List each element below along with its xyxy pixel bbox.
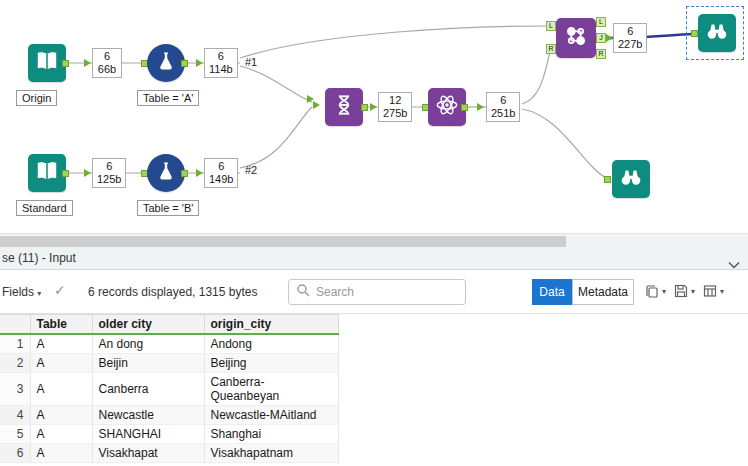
table-row[interactable]: 5 A SHANGHAI Shanghai xyxy=(0,425,338,444)
connection[interactable] xyxy=(240,107,312,168)
scrollbar-thumb[interactable] xyxy=(0,236,566,247)
record-count-annotation[interactable]: 12 275b xyxy=(378,92,412,122)
data-tab-button[interactable]: Data xyxy=(532,279,572,305)
workflow-canvas[interactable]: Origin 6 66b Table = 'A' 6 114b #1 xyxy=(0,0,748,233)
copy-button[interactable]: ▾ xyxy=(644,283,666,299)
browse-tool[interactable] xyxy=(612,160,650,198)
output-anchor[interactable] xyxy=(181,60,188,67)
connection[interactable] xyxy=(240,66,312,102)
cell-table[interactable]: A xyxy=(30,334,92,354)
tool-label-formula-b[interactable]: Table = 'B' xyxy=(137,200,199,216)
column-header-table[interactable]: Table xyxy=(30,315,92,335)
record-count: 6 xyxy=(97,50,117,63)
cell-table[interactable]: A xyxy=(30,425,92,444)
table-row[interactable]: 3 A Canberra Canberra-Queanbeyan xyxy=(0,373,338,406)
connection[interactable] xyxy=(240,26,548,58)
caret-down-icon: ▾ xyxy=(37,289,41,298)
cell-older-city[interactable]: SHANGHAI xyxy=(92,425,204,444)
input-data-tool-origin[interactable] xyxy=(28,44,66,82)
row-number-header[interactable] xyxy=(0,315,30,335)
join-input-anchor-right[interactable]: R xyxy=(546,44,556,54)
join-output-anchor-r[interactable]: R xyxy=(596,49,606,59)
table-row[interactable]: 2 A Beijin Beijing xyxy=(0,354,338,373)
output-anchor[interactable] xyxy=(62,170,69,177)
cell-table[interactable]: A xyxy=(30,373,92,406)
input-anchor[interactable] xyxy=(604,176,611,183)
fields-label: Fields xyxy=(2,285,34,299)
toolbar-icon-group: ▾ ▾ ▾ xyxy=(644,283,731,299)
output-anchor[interactable] xyxy=(62,60,69,67)
cell-origin-city[interactable]: Shanghai xyxy=(204,425,338,444)
table-row[interactable]: 1 A An dong Andong xyxy=(0,334,338,354)
binoculars-icon xyxy=(704,18,730,48)
cell-table[interactable]: A xyxy=(30,406,92,425)
table-row[interactable]: 4 A Newcastle Newcastle-MAitland xyxy=(0,406,338,425)
record-count-annotation[interactable]: 6 149b xyxy=(204,158,238,188)
tool-label-origin[interactable]: Origin xyxy=(16,90,57,106)
tool-label-standard[interactable]: Standard xyxy=(16,200,73,216)
dna-icon xyxy=(331,92,357,122)
cell-origin-city[interactable]: Visakhapatnam xyxy=(204,444,338,463)
row-number: 5 xyxy=(0,425,30,444)
connection-label-2: #2 xyxy=(245,164,257,176)
output-anchor[interactable] xyxy=(461,104,468,111)
record-count-annotation[interactable]: 6 66b xyxy=(92,48,122,78)
cell-older-city[interactable]: An dong xyxy=(92,334,204,354)
formula-tool-b[interactable] xyxy=(147,154,185,192)
record-count: 12 xyxy=(383,94,407,107)
output-anchor[interactable] xyxy=(361,104,368,111)
cell-origin-city[interactable]: Andong xyxy=(204,334,338,354)
results-pane-title: se (11) - Input xyxy=(2,251,76,265)
fuzzy-match-tool[interactable] xyxy=(325,88,363,126)
search-icon xyxy=(296,283,310,301)
join-input-anchor-left[interactable]: L xyxy=(546,21,556,31)
connection[interactable] xyxy=(522,109,608,179)
binoculars-icon xyxy=(618,164,644,194)
input-data-tool-standard[interactable] xyxy=(28,154,66,192)
record-count-annotation[interactable]: 6 125b xyxy=(92,158,126,188)
join-tool[interactable] xyxy=(556,18,596,58)
cell-table[interactable]: A xyxy=(30,444,92,463)
cell-origin-city[interactable]: Beijing xyxy=(204,354,338,373)
record-count-annotation[interactable]: 6 114b xyxy=(204,48,238,78)
horizontal-scrollbar[interactable] xyxy=(0,233,748,248)
byte-count: 149b xyxy=(209,173,233,186)
connection-arrow-icon xyxy=(370,103,377,111)
cell-older-city[interactable]: Visakhapat xyxy=(92,444,204,463)
flask-icon xyxy=(154,159,178,187)
byte-count: 275b xyxy=(383,107,407,120)
column-header-origin-city[interactable]: origin_city xyxy=(204,315,338,335)
cell-older-city[interactable]: Newcastle xyxy=(92,406,204,425)
record-count: 6 xyxy=(209,160,233,173)
input-anchor[interactable] xyxy=(691,30,698,37)
record-count-annotation[interactable]: 6 227b xyxy=(613,23,647,53)
table-row[interactable]: 6 A Visakhapat Visakhapatnam xyxy=(0,444,338,463)
table-options-button[interactable]: ▾ xyxy=(702,283,724,299)
results-pane-header[interactable]: se (11) - Input xyxy=(0,248,748,270)
tool-label-formula-a[interactable]: Table = 'A' xyxy=(137,90,199,106)
cell-origin-city[interactable]: Canberra-Queanbeyan xyxy=(204,373,338,406)
metadata-tab-button[interactable]: Metadata xyxy=(572,279,634,305)
cell-older-city[interactable]: Beijin xyxy=(92,354,204,373)
record-count-annotation[interactable]: 6 251b xyxy=(486,92,520,122)
connection[interactable] xyxy=(522,52,550,104)
record-count: 6 xyxy=(491,94,515,107)
formula-tool-a[interactable] xyxy=(147,44,185,82)
column-header-older-city[interactable]: older city xyxy=(92,315,204,335)
records-summary: 6 records displayed, 1315 bytes xyxy=(88,285,257,299)
join-output-anchor-l[interactable]: L xyxy=(596,17,606,27)
fields-dropdown[interactable]: Fields ▾ xyxy=(2,285,41,299)
byte-count: 227b xyxy=(618,38,642,51)
cell-origin-city[interactable]: Newcastle-MAitland xyxy=(204,406,338,425)
connection-arrow-icon xyxy=(84,169,91,177)
browse-tool-selected[interactable] xyxy=(698,14,736,52)
join-output-anchor-j[interactable]: J xyxy=(596,33,606,43)
atom-icon xyxy=(434,92,460,122)
apply-check-icon[interactable]: ✓ xyxy=(54,282,66,298)
cell-table[interactable]: A xyxy=(30,354,92,373)
search-box[interactable] xyxy=(288,279,466,305)
search-input[interactable] xyxy=(316,285,454,299)
cell-older-city[interactable]: Canberra xyxy=(92,373,204,406)
save-button[interactable]: ▾ xyxy=(673,283,695,299)
output-anchor[interactable] xyxy=(181,170,188,177)
